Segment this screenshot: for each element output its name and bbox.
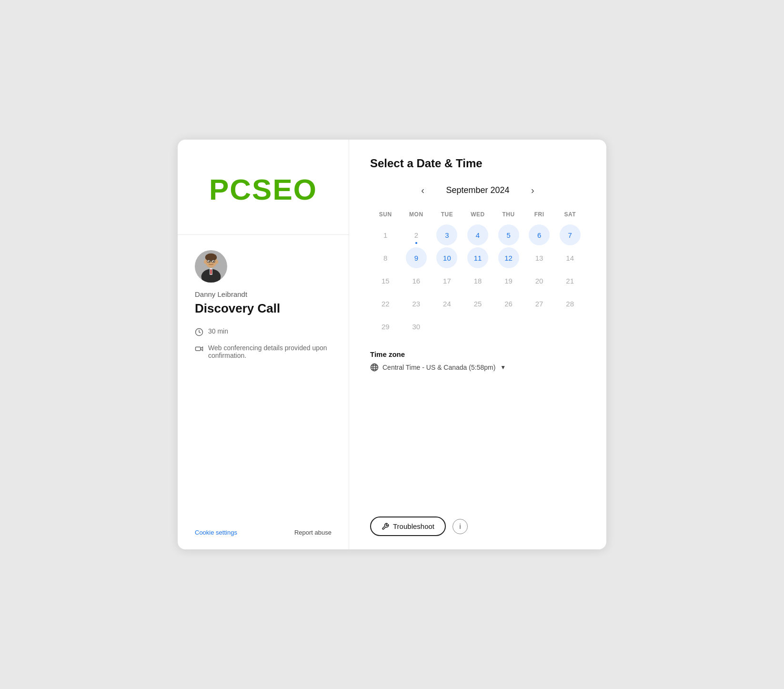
calendar-day: 29	[375, 316, 396, 337]
svg-rect-17	[196, 347, 201, 351]
calendar-day	[467, 316, 488, 337]
calendar-day: 24	[436, 293, 457, 314]
troubleshoot-label: Troubleshoot	[393, 522, 434, 530]
calendar-header: SUN MON TUE WED THU FRI SAT	[370, 208, 585, 221]
calendar-day[interactable]: 11	[467, 247, 488, 268]
calendar-day: 1	[375, 224, 396, 245]
report-abuse-link[interactable]: Report abuse	[294, 529, 332, 536]
svg-point-7	[204, 260, 206, 263]
host-name: Danny Leibrandt	[195, 290, 332, 298]
calendar-day[interactable]: 5	[498, 224, 519, 245]
prev-month-button[interactable]: ‹	[417, 183, 428, 197]
calendar-day: 27	[529, 293, 550, 314]
timezone-label: Time zone	[370, 350, 585, 358]
svg-point-8	[216, 260, 218, 263]
day-header-tue: TUE	[432, 208, 462, 221]
avatar	[195, 250, 227, 283]
day-header-wed: WED	[462, 208, 493, 221]
calendar-day: 22	[375, 293, 396, 314]
svg-point-2	[205, 253, 217, 261]
calendar-day: 16	[406, 270, 427, 291]
info-section: Danny Leibrandt Discovery Call 30 min We…	[178, 235, 349, 519]
month-label: September 2024	[440, 185, 516, 195]
calendar-day: 15	[375, 270, 396, 291]
footer-links: Cookie settings Report abuse	[178, 519, 349, 549]
wrench-icon	[382, 523, 389, 530]
conferencing-meta: Web conferencing details provided upon c…	[195, 344, 332, 359]
day-header-sun: SUN	[370, 208, 401, 221]
calendar-day: 17	[436, 270, 457, 291]
right-panel: Select a Date & Time ‹ September 2024 › …	[349, 140, 606, 549]
calendar-day: 23	[406, 293, 427, 314]
calendar-day	[436, 316, 457, 337]
troubleshoot-button[interactable]: Troubleshoot	[370, 517, 446, 536]
calendar-day: 26	[498, 293, 519, 314]
calendar-day	[560, 316, 581, 337]
calendar-grid: SUN MON TUE WED THU FRI SAT 123456789101…	[370, 208, 585, 337]
bottom-actions: Troubleshoot i	[370, 507, 585, 536]
calendar-day	[529, 316, 550, 337]
calendar-day: 30	[406, 316, 427, 337]
cookie-settings-link[interactable]: Cookie settings	[195, 529, 237, 536]
calendar-day[interactable]: 3	[436, 224, 457, 245]
video-icon	[195, 344, 203, 353]
calendar-nav: ‹ September 2024 ›	[370, 183, 585, 197]
company-logo: PCSEO	[209, 172, 317, 206]
svg-point-11	[209, 261, 210, 262]
calendar-day: 21	[560, 270, 581, 291]
svg-point-12	[213, 261, 214, 262]
calendar-day[interactable]: 4	[467, 224, 488, 245]
next-month-button[interactable]: ›	[527, 183, 538, 197]
timezone-value: Central Time - US & Canada (5:58pm)	[382, 364, 495, 371]
day-header-sat: SAT	[554, 208, 585, 221]
calendar-day: 25	[467, 293, 488, 314]
calendar-body: 1234567891011121314151617181920212223242…	[370, 224, 585, 337]
calendar-day: 14	[560, 247, 581, 268]
clock-icon	[195, 328, 203, 336]
calendar-day	[498, 316, 519, 337]
event-title: Discovery Call	[195, 301, 332, 316]
calendar-day[interactable]: 6	[529, 224, 550, 245]
timezone-selector[interactable]: Central Time - US & Canada (5:58pm) ▼	[370, 363, 585, 372]
globe-icon	[370, 363, 379, 372]
calendar-day: 8	[375, 247, 396, 268]
calendar-day: 13	[529, 247, 550, 268]
info-button[interactable]: i	[452, 519, 468, 534]
calendar-day[interactable]: 9	[406, 247, 427, 268]
calendar-day[interactable]: 7	[560, 224, 581, 245]
calendar-day[interactable]: 10	[436, 247, 457, 268]
calendar-day: 28	[560, 293, 581, 314]
calendar-day[interactable]: 12	[498, 247, 519, 268]
panel-title: Select a Date & Time	[370, 157, 585, 170]
logo-section: PCSEO	[178, 140, 349, 235]
timezone-arrow-icon: ▼	[500, 364, 506, 371]
timezone-section: Time zone Central Time - US & Canada (5:…	[370, 350, 585, 372]
day-header-mon: MON	[401, 208, 432, 221]
day-header-thu: THU	[493, 208, 524, 221]
duration-meta: 30 min	[195, 327, 332, 336]
calendar-day: 18	[467, 270, 488, 291]
left-panel: PCSEO	[178, 140, 349, 549]
calendar-day: 20	[529, 270, 550, 291]
day-header-fri: FRI	[524, 208, 555, 221]
info-icon: i	[459, 522, 461, 530]
calendar-day: 2	[406, 224, 427, 245]
booking-card: PCSEO	[178, 140, 606, 549]
svg-rect-6	[211, 270, 212, 274]
calendar-day: 19	[498, 270, 519, 291]
